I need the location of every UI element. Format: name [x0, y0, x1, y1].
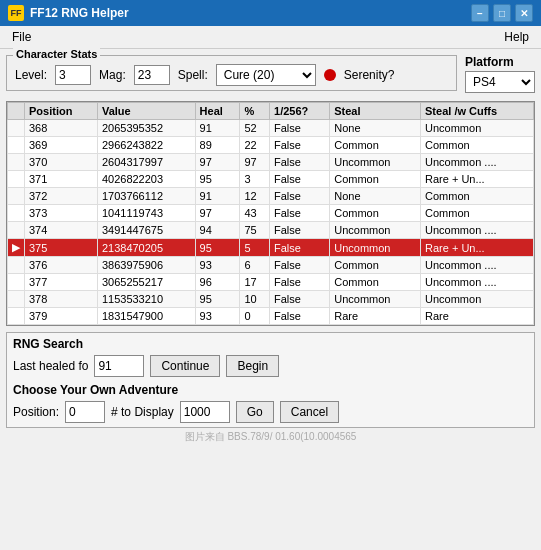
pct-cell: 0 [240, 308, 270, 325]
heal-cell: 95 [195, 239, 240, 257]
steal-cell: Common [330, 274, 421, 291]
position-input[interactable] [65, 401, 105, 423]
table-row: 36929662438228922FalseCommonCommon [8, 137, 534, 154]
go-button[interactable]: Go [236, 401, 274, 423]
heal-cell: 91 [195, 188, 240, 205]
help-menu[interactable]: Help [498, 28, 535, 46]
cuffs-cell: Common [421, 205, 534, 222]
pct-cell: 17 [240, 274, 270, 291]
row-indicator [8, 274, 25, 291]
continue-button[interactable]: Continue [150, 355, 220, 377]
steal-cell: Uncommon [330, 291, 421, 308]
minimize-button[interactable]: − [471, 4, 489, 22]
pct-cell: 43 [240, 205, 270, 222]
spell-label: Spell: [178, 68, 208, 82]
cuffs-cell: Common [421, 137, 534, 154]
pct-cell: 6 [240, 257, 270, 274]
cuffs-cell: Uncommon .... [421, 274, 534, 291]
menu-bar: File Help [0, 26, 541, 49]
position-cell: 375 [25, 239, 98, 257]
col-cuffs: Steal /w Cuffs [421, 103, 534, 120]
tf-cell: False [270, 222, 330, 239]
position-cell: 372 [25, 188, 98, 205]
maximize-button[interactable]: □ [493, 4, 511, 22]
value-cell: 1041119743 [97, 205, 195, 222]
col-arrow [8, 103, 25, 120]
position-cell: 373 [25, 205, 98, 222]
value-cell: 1153533210 [97, 291, 195, 308]
begin-button[interactable]: Begin [226, 355, 279, 377]
serenity-dot [324, 69, 336, 81]
cuffs-cell: Uncommon .... [421, 257, 534, 274]
row-indicator [8, 291, 25, 308]
position-label: Position: [13, 405, 59, 419]
table-header-row: Position Value Heal % 1/256? Steal Steal… [8, 103, 534, 120]
tf-cell: False [270, 120, 330, 137]
table-row: 36820653953529152FalseNoneUncommon [8, 120, 534, 137]
heal-cell: 95 [195, 171, 240, 188]
platform-group: Platform PS4 PC [465, 55, 535, 97]
steal-cell: Uncommon [330, 222, 421, 239]
cancel-button[interactable]: Cancel [280, 401, 339, 423]
spell-select[interactable]: Cure (20) [216, 64, 316, 86]
table-row: 37730652552179617FalseCommonUncommon ...… [8, 274, 534, 291]
position-cell: 369 [25, 137, 98, 154]
window-controls: − □ ✕ [471, 4, 533, 22]
position-cell: 368 [25, 120, 98, 137]
pct-cell: 22 [240, 137, 270, 154]
heal-cell: 91 [195, 120, 240, 137]
value-cell: 3065255217 [97, 274, 195, 291]
mag-input[interactable] [134, 65, 170, 85]
row-indicator [8, 120, 25, 137]
rng-search-label: RNG Search [13, 337, 528, 351]
platform-label: Platform [465, 55, 535, 69]
table-row: 37811535332109510FalseUncommonUncommon [8, 291, 534, 308]
value-cell: 1831547900 [97, 308, 195, 325]
value-cell: 2604317997 [97, 154, 195, 171]
tf-cell: False [270, 205, 330, 222]
platform-select[interactable]: PS4 PC [465, 71, 535, 93]
cuffs-cell: Common [421, 188, 534, 205]
level-input[interactable] [55, 65, 91, 85]
table-row: 37434914476759475FalseUncommonUncommon .… [8, 222, 534, 239]
position-cell: 377 [25, 274, 98, 291]
value-cell: 1703766112 [97, 188, 195, 205]
char-stats-label: Character Stats [13, 48, 100, 60]
table-row: ▶3752138470205955FalseUncommonRare + Un.… [8, 239, 534, 257]
row-indicator [8, 308, 25, 325]
position-cell: 370 [25, 154, 98, 171]
tf-cell: False [270, 291, 330, 308]
last-healed-input[interactable] [94, 355, 144, 377]
position-cell: 378 [25, 291, 98, 308]
serenity-label: Serenity? [344, 68, 395, 82]
steal-cell: Uncommon [330, 154, 421, 171]
heal-cell: 96 [195, 274, 240, 291]
col-value: Value [97, 103, 195, 120]
col-steal: Steal [330, 103, 421, 120]
col-position: Position [25, 103, 98, 120]
value-cell: 3491447675 [97, 222, 195, 239]
pct-cell: 97 [240, 154, 270, 171]
table-row: 37217037661129112FalseNoneCommon [8, 188, 534, 205]
steal-cell: Common [330, 137, 421, 154]
top-sections: Character Stats Level: Mag: Spell: Cure … [6, 55, 535, 97]
row-indicator [8, 171, 25, 188]
file-menu[interactable]: File [6, 28, 37, 46]
steal-cell: Common [330, 257, 421, 274]
steal-cell: None [330, 188, 421, 205]
row-indicator [8, 188, 25, 205]
steal-cell: Common [330, 205, 421, 222]
tf-cell: False [270, 137, 330, 154]
close-button[interactable]: ✕ [515, 4, 533, 22]
value-cell: 3863975906 [97, 257, 195, 274]
adventure-row: Position: # to Display Go Cancel [13, 401, 528, 423]
table-row: 3763863975906936FalseCommonUncommon .... [8, 257, 534, 274]
heal-cell: 95 [195, 291, 240, 308]
num-display-input[interactable] [180, 401, 230, 423]
pct-cell: 12 [240, 188, 270, 205]
cuffs-cell: Uncommon .... [421, 154, 534, 171]
steal-cell: Rare [330, 308, 421, 325]
position-cell: 376 [25, 257, 98, 274]
steal-cell: Uncommon [330, 239, 421, 257]
tf-cell: False [270, 257, 330, 274]
